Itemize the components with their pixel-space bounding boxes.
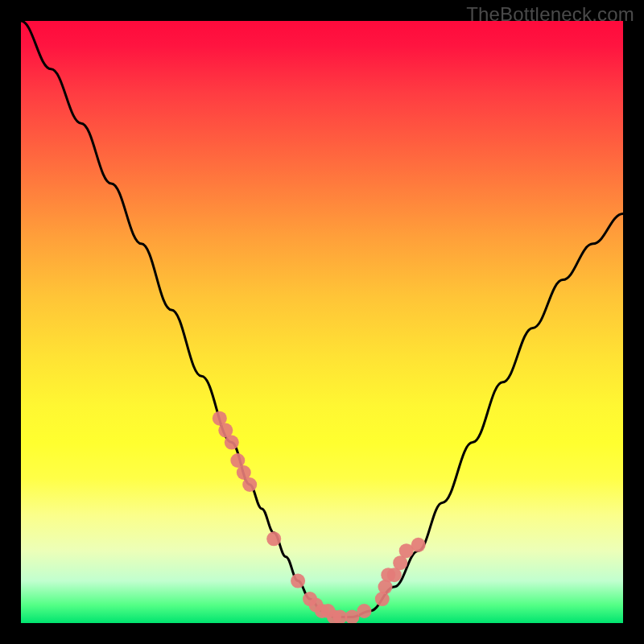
data-point [411, 538, 426, 552]
data-point [225, 436, 239, 450]
plot-area [21, 21, 623, 623]
watermark-text: TheBottleneck.com [466, 3, 634, 26]
chart-frame: TheBottleneck.com [0, 0, 644, 644]
data-point [357, 604, 371, 618]
data-point [375, 592, 390, 606]
data-point [242, 477, 257, 492]
data-markers [213, 411, 426, 623]
data-point [266, 531, 281, 546]
bottleneck-curve [21, 21, 623, 617]
data-point [291, 574, 305, 588]
curve-svg [21, 21, 623, 623]
